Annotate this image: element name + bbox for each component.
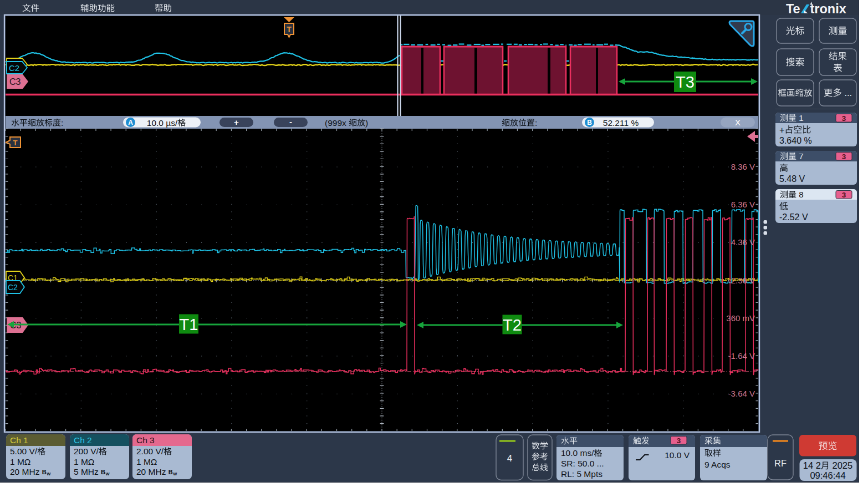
svg-text:3: 3 [842, 191, 846, 199]
svg-text::: : [535, 118, 537, 128]
svg-text:1: 1 [799, 113, 803, 123]
svg-text:-1.64 V: -1.64 V [728, 351, 755, 361]
svg-text:B: B [101, 469, 105, 475]
svg-text:1 MΩ: 1 MΩ [74, 457, 94, 466]
svg-text:52.211 %: 52.211 % [603, 118, 639, 128]
svg-text:T2: T2 [503, 316, 522, 334]
svg-text:B: B [587, 119, 592, 126]
svg-text:(999x: (999x [325, 118, 346, 128]
svg-text:7: 7 [799, 151, 803, 161]
svg-text:C3: C3 [9, 77, 21, 87]
svg-text:20 MHz: 20 MHz [136, 467, 166, 476]
svg-text:200 V/: 200 V/ [74, 447, 99, 456]
svg-text:5 MHz: 5 MHz [74, 467, 99, 476]
svg-text:tronix: tronix [810, 2, 846, 16]
svg-text:...: ... [844, 88, 852, 98]
svg-text:SR: 50.0 ...: SR: 50.0 ... [561, 459, 604, 468]
svg-text:3: 3 [677, 437, 681, 445]
svg-text:X: X [735, 118, 741, 127]
svg-text:6.36 V: 6.36 V [731, 200, 755, 209]
svg-text:Te: Te [786, 2, 800, 16]
svg-text:T: T [287, 25, 292, 34]
svg-text:W: W [47, 471, 51, 476]
svg-text:20 MHz: 20 MHz [10, 467, 39, 476]
svg-text:-3.64 V: -3.64 V [728, 389, 755, 398]
svg-text:+: + [234, 118, 239, 127]
svg-text:Ch 3: Ch 3 [136, 435, 155, 445]
svg-text::: : [61, 118, 63, 128]
svg-text:14 2: 14 2 [803, 460, 821, 470]
svg-text:3.640 %: 3.640 % [779, 136, 812, 145]
svg-text:1 MΩ: 1 MΩ [136, 457, 157, 466]
svg-text:1 MΩ: 1 MΩ [10, 457, 30, 466]
svg-text:09:46:44: 09:46:44 [810, 470, 845, 480]
svg-text:2025: 2025 [833, 460, 853, 470]
svg-text:A: A [128, 119, 133, 126]
svg-text:3: 3 [842, 114, 846, 123]
svg-text:360 mV: 360 mV [726, 313, 755, 323]
svg-text:2.36 V: 2.36 V [731, 276, 755, 285]
svg-text:4.36 V: 4.36 V [731, 237, 755, 247]
svg-text:Ch 2: Ch 2 [74, 435, 92, 445]
svg-text:RL: 5 Mpts: RL: 5 Mpts [561, 469, 603, 479]
svg-text:RF: RF [774, 458, 787, 468]
svg-text:W: W [106, 471, 110, 476]
svg-text:T3: T3 [676, 73, 695, 91]
svg-text:-: - [289, 117, 292, 126]
svg-text:C2: C2 [8, 283, 18, 292]
svg-text:Ch 1: Ch 1 [10, 435, 28, 445]
svg-text:5.00 V/: 5.00 V/ [10, 447, 38, 456]
svg-text:): ) [365, 118, 368, 128]
svg-text:+: + [779, 125, 784, 135]
svg-text:8.36 V: 8.36 V [731, 162, 755, 171]
svg-text:4: 4 [507, 453, 512, 464]
svg-text:C2: C2 [9, 63, 19, 73]
svg-text:W: W [173, 471, 177, 476]
svg-text:10.0 µs/: 10.0 µs/ [147, 118, 178, 128]
svg-text:2.00 V/: 2.00 V/ [136, 447, 164, 456]
svg-text:B: B [169, 469, 173, 475]
svg-text:T: T [13, 139, 18, 147]
svg-text:T1: T1 [180, 316, 198, 333]
svg-text:3: 3 [842, 153, 846, 161]
svg-text:5.48 V: 5.48 V [779, 174, 805, 184]
svg-text:10.0 V: 10.0 V [665, 450, 690, 460]
svg-text:8: 8 [799, 190, 803, 199]
svg-text:10.0 ms/: 10.0 ms/ [561, 448, 594, 458]
svg-text:-2.52 V: -2.52 V [779, 212, 808, 222]
svg-text:9 Acqs: 9 Acqs [704, 460, 731, 469]
svg-text:B: B [42, 469, 47, 475]
